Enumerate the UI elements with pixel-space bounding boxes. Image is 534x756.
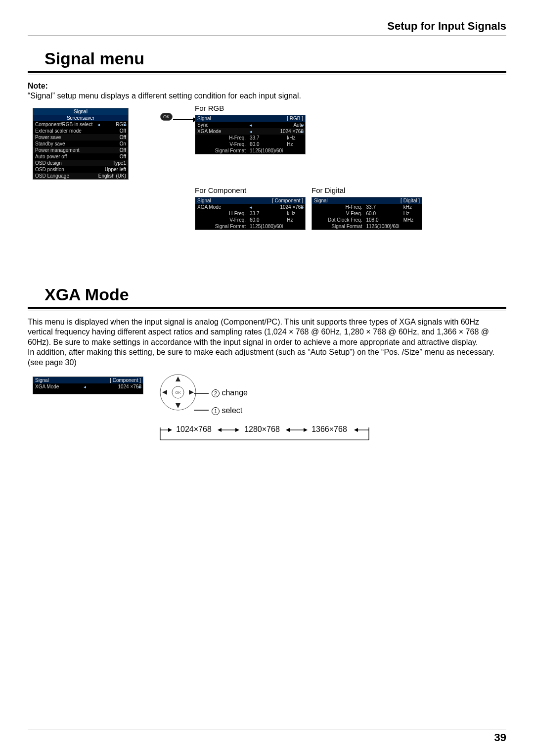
osd-info-row: Signal Format1125(1080)/60i	[195, 147, 305, 154]
osd-digi-title: Signal	[312, 197, 364, 204]
osd-info-row: H-Freq.33.7kHz	[195, 135, 305, 141]
osd-info-value: 60.0	[248, 141, 285, 147]
caption-component: For Component	[195, 186, 246, 194]
osd-row-value: Off	[96, 153, 128, 160]
osd-row-value: ◄1024 ×768►	[82, 383, 143, 390]
osd-info-label: H-Freq.	[195, 210, 248, 217]
osd-row-value: ◄1024 ×768►	[248, 204, 305, 210]
osd-row: Component/RGB-in select◄RGB►	[33, 121, 128, 128]
svg-marker-6	[162, 390, 167, 395]
svg-marker-16	[218, 428, 222, 432]
svg-marker-5	[176, 403, 180, 408]
osd-info-unit: kHz	[401, 204, 422, 210]
osd-comp-bracket: [ Component ]	[248, 197, 305, 204]
osd-row: OSD positionUpper left	[33, 166, 128, 173]
osd-xga-title: Signal	[33, 377, 82, 383]
osd-rgb-title: Signal	[195, 115, 248, 122]
osd-row-label: XGA Mode	[195, 128, 248, 135]
osd-row-value: Off	[96, 134, 128, 141]
caption-rgb: For RGB	[195, 104, 224, 112]
osd-row-value: Type1	[96, 160, 128, 166]
section-signal-menu: Signal menu Note: “Signal” setup menu di…	[28, 49, 506, 257]
osd-info-label: V-Freq.	[195, 141, 248, 147]
osd-xga: Signal [ Component ] XGA Mode◄1024 ×768►	[33, 377, 143, 394]
svg-marker-4	[176, 377, 180, 381]
note-text: “Signal” setup menu displays a different…	[28, 92, 301, 100]
svg-text:1366×768: 1366×768	[312, 425, 347, 433]
osd-info-row: Signal Format1125(1080)/60i	[195, 223, 305, 230]
osd-info-unit: Hz	[285, 141, 305, 147]
osd-info-row: V-Freq.60.0Hz	[312, 210, 422, 217]
osd-row-value: ◄Auto►	[248, 122, 305, 128]
osd-info-label: Dot Clock Freq.	[312, 217, 364, 223]
osd-rgb-bracket: [ RGB ]	[248, 115, 305, 122]
osd-info-value: 108.0	[364, 217, 401, 223]
xga-mode-paragraph: This menu is displayed when the input si…	[28, 317, 506, 368]
osd-row: XGA Mode◄1024 ×768►	[195, 128, 305, 135]
osd-info-value: 1125(1080)/60i	[248, 223, 285, 230]
osd-main: Signal ScreensaverComponent/RGB-in selec…	[33, 108, 129, 180]
note-label: Note:	[28, 82, 48, 90]
change-number-icon: 2	[212, 389, 220, 397]
osd-row-label: Component/RGB-in select	[33, 121, 96, 128]
osd-info-row: Dot Clock Freq.108.0MHz	[312, 217, 422, 223]
osd-row-value: On	[96, 141, 128, 147]
svg-marker-14	[168, 428, 172, 432]
select-number-icon: 1	[212, 407, 220, 415]
osd-info-value: 33.7	[248, 135, 285, 141]
signal-menu-heading: Signal menu	[28, 49, 144, 71]
osd-info-value: 60.0	[364, 210, 401, 217]
section-xga-mode: XGA Mode This menu is displayed when the…	[28, 285, 506, 441]
osd-info-label: H-Freq.	[312, 204, 364, 210]
osd-row-label: Power management	[33, 147, 96, 153]
osd-row-label: OSD design	[33, 160, 96, 166]
osd-row-label: Auto power off	[33, 153, 96, 160]
osd-main-title: Signal	[33, 108, 128, 115]
osd-row: Auto power offOff	[33, 153, 128, 160]
osd-info-unit	[401, 223, 422, 230]
osd-row-value: Off	[96, 147, 128, 153]
osd-row: Power saveOff	[33, 134, 128, 141]
osd-info-unit: Hz	[401, 210, 422, 217]
xga-mode-heading: XGA Mode	[28, 285, 129, 307]
osd-row-label: XGA Mode	[195, 204, 248, 210]
osd-row: Standby saveOn	[33, 141, 128, 147]
osd-row: XGA Mode◄1024 ×768►	[33, 383, 143, 390]
ok-button-icon: OK	[160, 113, 173, 121]
osd-info-row: H-Freq.33.7kHz	[195, 210, 305, 217]
svg-marker-22	[304, 428, 308, 432]
osd-info-row: H-Freq.33.7kHz	[312, 204, 422, 210]
osd-info-row: Signal Format1125(1080)/60i	[312, 223, 422, 230]
dpad-ok-label: OK	[175, 390, 181, 395]
osd-row-value: English (UK)	[96, 173, 128, 179]
osd-row: Screensaver	[33, 115, 128, 121]
svg-text:1024×768: 1024×768	[176, 425, 212, 433]
osd-info-value: 33.7	[248, 210, 285, 217]
osd-row: Sync◄Auto►	[195, 122, 305, 128]
osd-row-value: ◄RGB►	[96, 121, 128, 128]
select-label: 1 select	[212, 406, 242, 415]
change-label: 2 change	[212, 388, 248, 397]
osd-xga-bracket: [ Component ]	[82, 377, 143, 383]
osd-row-label: External scaler mode	[33, 128, 96, 134]
osd-row-label: Standby save	[33, 141, 96, 147]
osd-info-row: V-Freq.60.0Hz	[195, 217, 305, 223]
osd-row-value: Upper left	[96, 166, 128, 173]
osd-row-label: Sync	[195, 122, 248, 128]
osd-info-label: V-Freq.	[312, 210, 364, 217]
osd-info-value: 1125(1080)/60i	[248, 147, 285, 154]
osd-info-label: Signal Format	[312, 223, 364, 230]
osd-info-unit: kHz	[285, 135, 305, 141]
osd-row: OSD designType1	[33, 160, 128, 166]
osd-info-unit: kHz	[285, 210, 305, 217]
dpad-icon: OK	[158, 373, 198, 412]
osd-info-label: H-Freq.	[195, 135, 248, 141]
osd-row-label: OSD Language	[33, 173, 96, 179]
osd-rgb: Signal [ RGB ] Sync◄Auto►XGA Mode◄1024 ×…	[195, 115, 306, 154]
osd-row-label: XGA Mode	[33, 383, 82, 390]
osd-row: External scaler modeOff	[33, 128, 128, 134]
osd-info-unit	[285, 223, 305, 230]
osd-component: Signal [ Component ] XGA Mode◄1024 ×768►…	[195, 197, 306, 230]
caption-digital: For Digital	[312, 186, 345, 194]
osd-row: Power managementOff	[33, 147, 128, 153]
